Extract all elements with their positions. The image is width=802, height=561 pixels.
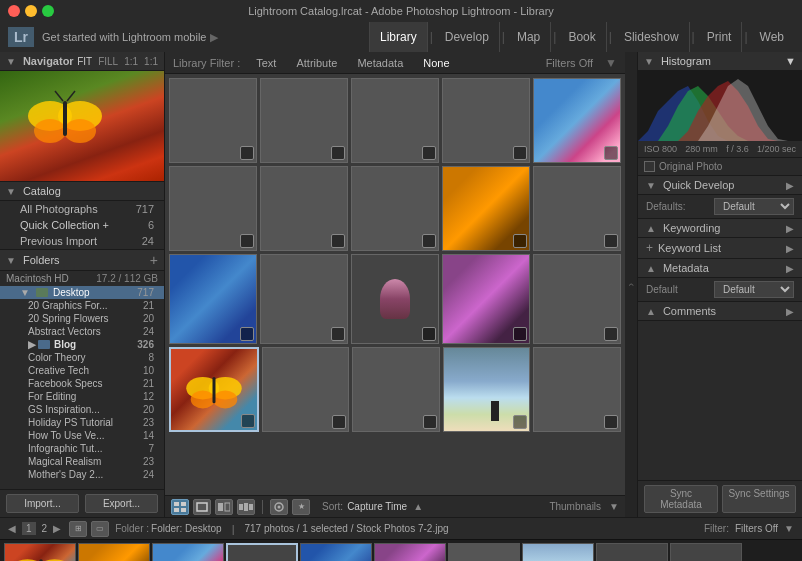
folder-magical[interactable]: Magical Realism 23 [0, 455, 164, 468]
folder-how-to-use[interactable]: How To Use Ve... 14 [0, 429, 164, 442]
photo-checkbox-10[interactable] [604, 234, 618, 248]
grid-cell-2-5[interactable] [533, 166, 621, 251]
import-button[interactable]: Import... [6, 494, 79, 513]
filmstrip-thumb-3[interactable] [152, 543, 224, 562]
page-nav-left[interactable]: ◀ [8, 523, 16, 534]
filter-dropdown-icon[interactable]: ▼ [784, 523, 794, 534]
page-2[interactable]: 2 [42, 523, 48, 534]
filter-metadata[interactable]: Metadata [353, 57, 407, 69]
grid-view-btn-bottom[interactable]: ⊞ [69, 521, 87, 537]
photo-checkbox-18[interactable] [423, 415, 437, 429]
folder-desktop[interactable]: ▼ Desktop 717 [0, 286, 164, 299]
grid-cell-4-5[interactable] [533, 347, 621, 432]
photo-checkbox-9[interactable] [513, 234, 527, 248]
photo-checkbox-8[interactable] [422, 234, 436, 248]
photo-checkbox-1[interactable] [240, 146, 254, 160]
survey-view-button[interactable] [237, 499, 255, 515]
folder-facebook[interactable]: Facebook Specs 21 [0, 377, 164, 390]
grid-cell-3-3[interactable] [351, 254, 439, 344]
compare-view-button[interactable] [215, 499, 233, 515]
grid-cell-3-2[interactable] [260, 254, 348, 344]
folder-color-theory[interactable]: Color Theory 8 [0, 351, 164, 364]
filmstrip-thumb-9[interactable] [596, 543, 668, 562]
grid-cell-3-5[interactable] [533, 254, 621, 344]
maximize-button[interactable] [42, 5, 54, 17]
grid-cell-1-3[interactable] [351, 78, 439, 163]
photo-checkbox-3[interactable] [422, 146, 436, 160]
folder-infographic[interactable]: Infographic Tut... 7 [0, 442, 164, 455]
photo-checkbox-12[interactable] [331, 327, 345, 341]
filter-expand-icon[interactable]: ▼ [605, 56, 617, 70]
photo-checkbox-20[interactable] [604, 415, 618, 429]
nav-size-1to1[interactable]: 1:1 [124, 56, 138, 67]
photo-checkbox-13[interactable] [422, 327, 436, 341]
folder-gs-inspiration[interactable]: GS Inspiration... 20 [0, 403, 164, 416]
grid-cell-4-3[interactable] [352, 347, 440, 432]
photo-checkbox-15[interactable] [604, 327, 618, 341]
rating-filter-button[interactable]: ★ [292, 499, 310, 515]
keyword-list-header[interactable]: + Keyword List ▶ [638, 238, 802, 259]
folders-header[interactable]: ▼ Folders + [0, 250, 164, 271]
filters-off-value[interactable]: Filters Off [735, 523, 778, 534]
filter-attribute[interactable]: Attribute [292, 57, 341, 69]
sync-metadata-button[interactable]: Sync Metadata [644, 485, 718, 513]
folders-add-button[interactable]: + [150, 253, 158, 267]
filter-button[interactable] [270, 499, 288, 515]
sort-arrow-icon[interactable]: ▲ [413, 501, 423, 512]
nav-size-fill[interactable]: FILL [98, 56, 118, 67]
nav-slideshow[interactable]: Slideshow [614, 22, 690, 52]
grid-cell-3-4[interactable] [442, 254, 530, 344]
photo-grid[interactable] [165, 74, 625, 495]
nav-print[interactable]: Print [697, 22, 743, 52]
export-button[interactable]: Export... [85, 494, 158, 513]
grid-cell-2-4[interactable] [442, 166, 530, 251]
filter-text[interactable]: Text [252, 57, 280, 69]
page-1[interactable]: 1 [22, 522, 36, 535]
photo-checkbox-14[interactable] [513, 327, 527, 341]
page-nav-right[interactable]: ▶ [53, 523, 61, 534]
mobile-label[interactable]: Get started with Lightroom mobile [42, 31, 206, 43]
grid-cell-4-4[interactable] [443, 347, 531, 432]
grid-cell-4-2[interactable] [262, 347, 350, 432]
grid-cell-2-3[interactable] [351, 166, 439, 251]
catalog-quick-collection[interactable]: Quick Collection + 6 [0, 217, 164, 233]
filmstrip-thumb-8[interactable] [522, 543, 594, 562]
nav-map[interactable]: Map [507, 22, 551, 52]
loupe-view-button[interactable] [193, 499, 211, 515]
histogram-header[interactable]: ▼ Histogram ▼ [638, 52, 802, 71]
folder-spring-flowers[interactable]: 20 Spring Flowers 20 [0, 312, 164, 325]
photo-checkbox-4[interactable] [513, 146, 527, 160]
nav-book[interactable]: Book [558, 22, 606, 52]
folder-holiday[interactable]: Holiday PS Tutorial 23 [0, 416, 164, 429]
original-photo-checkbox[interactable]: Original Photo [638, 158, 802, 176]
filmstrip-thumb-1[interactable] [4, 543, 76, 562]
grid-cell-3-1[interactable] [169, 254, 257, 344]
filter-none[interactable]: None [419, 57, 453, 69]
loupe-view-btn-bottom[interactable]: ▭ [91, 521, 109, 537]
filmstrip-thumb-5[interactable] [300, 543, 372, 562]
filmstrip-thumb-2[interactable] [78, 543, 150, 562]
folder-20graphics[interactable]: 20 Graphics For... 21 [0, 299, 164, 312]
quick-develop-header[interactable]: ▼ Quick Develop ▶ [638, 176, 802, 195]
photo-checkbox-17[interactable] [332, 415, 346, 429]
filmstrip-thumb-10[interactable] [670, 543, 742, 562]
grid-cell-2-2[interactable] [260, 166, 348, 251]
thumbnails-slider-icon[interactable]: ▼ [609, 501, 619, 512]
grid-cell-4-1[interactable] [169, 347, 259, 432]
nav-size-custom[interactable]: 1:1 [144, 56, 158, 67]
photo-checkbox-2[interactable] [331, 146, 345, 160]
folder-blog[interactable]: ▶ Blog 326 [0, 338, 164, 351]
photo-checkbox-7[interactable] [331, 234, 345, 248]
grid-cell-1-2[interactable] [260, 78, 348, 163]
grid-cell-1-5[interactable] [533, 78, 621, 163]
keyword-list-plus[interactable]: + [646, 241, 653, 255]
folder-mothers-day[interactable]: Mother's Day 2... 24 [0, 468, 164, 481]
grid-cell-2-1[interactable] [169, 166, 257, 251]
defaults-dropdown[interactable]: Default [714, 198, 794, 215]
photo-checkbox-6[interactable] [240, 234, 254, 248]
photo-checkbox-11[interactable] [240, 327, 254, 341]
catalog-all-photos[interactable]: All Photographs 717 [0, 201, 164, 217]
sort-value[interactable]: Capture Time [347, 501, 407, 512]
nav-develop[interactable]: Develop [435, 22, 500, 52]
photo-checkbox-16[interactable] [241, 414, 255, 428]
